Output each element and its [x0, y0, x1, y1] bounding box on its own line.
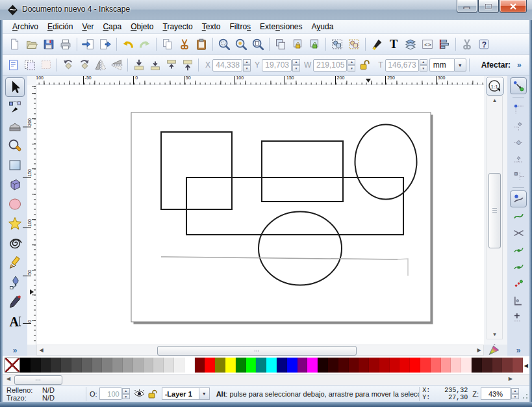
- resize-grip[interactable]: [522, 387, 529, 400]
- zoom-page-button[interactable]: [249, 36, 266, 53]
- palette-scroll-left[interactable]: ◀: [6, 376, 10, 382]
- vertical-ruler[interactable]: 200150100500: [27, 85, 36, 345]
- palette-swatch[interactable]: [174, 358, 184, 373]
- open-document-button[interactable]: [23, 36, 40, 53]
- menu-texto[interactable]: Texto: [197, 21, 225, 33]
- palette-swatch[interactable]: [153, 358, 164, 373]
- snap-bbox-midpoint-toggle[interactable]: [510, 151, 527, 168]
- palette-swatch[interactable]: [92, 358, 103, 373]
- undo-button[interactable]: [120, 36, 136, 53]
- vertical-scrollbar-thumb[interactable]: [488, 173, 501, 248]
- palette-swatch[interactable]: [318, 358, 328, 373]
- menu-extensiones[interactable]: Extensiones: [255, 21, 307, 33]
- units-combo[interactable]: mm ▼: [429, 59, 466, 72]
- palette-swatch[interactable]: [236, 358, 246, 373]
- toolbox-overflow[interactable]: »: [3, 345, 27, 356]
- snap-bbox-center-toggle[interactable]: [510, 168, 527, 185]
- toolbar-overflow-chevron[interactable]: »: [517, 60, 522, 70]
- menu-ver[interactable]: Ver: [77, 21, 98, 33]
- selector-tool[interactable]: [5, 77, 25, 97]
- node-editor-tool[interactable]: [5, 97, 25, 116]
- palette-scroll-left-icon[interactable]: ◀: [524, 363, 528, 369]
- print-button[interactable]: [57, 36, 74, 53]
- palette-swatch[interactable]: [379, 358, 390, 373]
- layer-lock-icon[interactable]: [146, 388, 159, 400]
- y-input[interactable]: 19,703: [262, 59, 292, 72]
- snap-node-cusp-toggle[interactable]: [510, 241, 527, 258]
- opacity-spinner[interactable]: ▲▼: [122, 388, 130, 399]
- ellipse-tool[interactable]: [5, 194, 25, 214]
- lower-to-bottom-button[interactable]: [131, 57, 147, 73]
- copy-button[interactable]: [159, 36, 176, 53]
- palette-swatch[interactable]: [298, 358, 308, 373]
- palette-swatch[interactable]: [205, 358, 215, 373]
- color-wheel-icon[interactable]: [487, 343, 501, 357]
- menu-ayuda[interactable]: Ayuda: [307, 21, 338, 33]
- palette-swatch[interactable]: [71, 358, 82, 373]
- palette-swatch[interactable]: [451, 358, 461, 373]
- pencil-tool[interactable]: [5, 253, 25, 272]
- preferences-button[interactable]: [459, 36, 475, 53]
- horizontal-scrollbar-thumb[interactable]: [157, 346, 357, 356]
- calligraphy-tool[interactable]: [5, 292, 25, 311]
- horizontal-scrollbar[interactable]: ◀ ▶: [36, 345, 484, 356]
- rectangle-tool[interactable]: [5, 155, 25, 175]
- units-dropdown-icon[interactable]: ▼: [454, 59, 466, 72]
- menu-capa[interactable]: Capa: [98, 21, 126, 33]
- duplicate-button[interactable]: [272, 36, 289, 53]
- width-input[interactable]: 219,105: [313, 59, 347, 72]
- rotate-ccw-button[interactable]: [60, 57, 76, 73]
- snap-node-smooth-toggle[interactable]: [510, 258, 527, 275]
- opacity-input[interactable]: 100: [99, 387, 121, 400]
- palette-swatch[interactable]: [123, 358, 133, 373]
- palette-swatch[interactable]: [61, 358, 71, 373]
- palette-swatch[interactable]: [246, 358, 257, 373]
- new-document-button[interactable]: [6, 36, 23, 53]
- palette-scrollbar-thumb[interactable]: [14, 375, 62, 385]
- palette-swatch[interactable]: [20, 358, 31, 373]
- import-button[interactable]: [80, 36, 97, 53]
- cut-button[interactable]: [176, 36, 193, 53]
- palette-swatch[interactable]: [5, 358, 20, 373]
- palette-swatch[interactable]: [369, 358, 379, 373]
- align-dialog-button[interactable]: [436, 36, 453, 53]
- snapbar-overflow[interactable]: »: [507, 345, 529, 356]
- snap-bbox-edge-toggle[interactable]: [510, 117, 527, 134]
- lower-button[interactable]: [147, 57, 163, 73]
- zoom-drawing-button[interactable]: [233, 36, 249, 53]
- horizontal-ruler[interactable]: -100-50050100150200250300350: [36, 76, 484, 85]
- palette-swatch[interactable]: [133, 358, 144, 373]
- bezier-tool[interactable]: [5, 272, 25, 292]
- spiral-tool[interactable]: [5, 233, 25, 253]
- palette-swatch[interactable]: [82, 358, 92, 373]
- palette-swatch[interactable]: [184, 358, 195, 373]
- snap-bbox-toggle[interactable]: [510, 100, 527, 117]
- palette-swatch[interactable]: [513, 358, 523, 373]
- redo-button[interactable]: [136, 36, 153, 53]
- zoom-selection-button[interactable]: [216, 36, 233, 53]
- palette-swatch[interactable]: [164, 358, 174, 373]
- zoom-1-1-button[interactable]: 1:1: [486, 77, 504, 96]
- snap-bbox-corner-toggle[interactable]: [510, 134, 527, 151]
- palette-swatch[interactable]: [41, 358, 51, 373]
- palette-swatch[interactable]: [410, 358, 420, 373]
- text-tool[interactable]: [5, 311, 25, 331]
- save-document-button[interactable]: [40, 36, 57, 53]
- select-all-layers-button[interactable]: [21, 57, 38, 73]
- snap-path-toggle[interactable]: [510, 207, 527, 224]
- palette-swatch[interactable]: [287, 358, 298, 373]
- palette-swatch[interactable]: [431, 358, 441, 373]
- snap-intersection-toggle[interactable]: [510, 224, 527, 241]
- palette-swatch[interactable]: [420, 358, 431, 373]
- palette-swatch[interactable]: [307, 358, 318, 373]
- x-spinner[interactable]: ▲▼: [243, 59, 251, 72]
- minimize-button[interactable]: [457, 0, 477, 13]
- tweak-tool[interactable]: [5, 116, 25, 136]
- layers-dialog-button[interactable]: [402, 36, 419, 53]
- ungroup-button[interactable]: [346, 36, 362, 53]
- maximize-button[interactable]: [478, 0, 499, 13]
- snap-node-toggle[interactable]: [510, 190, 527, 207]
- rotate-cw-button[interactable]: [76, 57, 92, 73]
- x-input[interactable]: 44,338: [212, 59, 242, 72]
- help-button[interactable]: [475, 36, 492, 53]
